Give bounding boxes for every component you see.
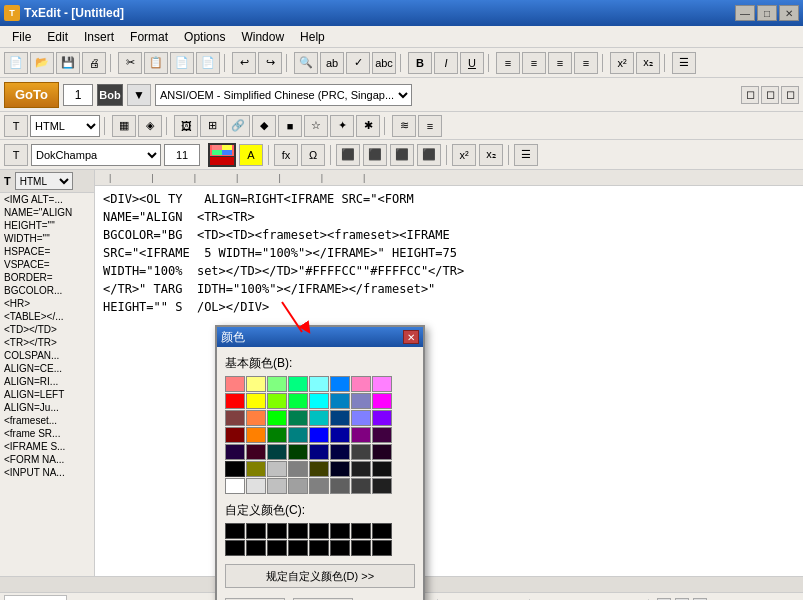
custom-cell[interactable] [225, 523, 245, 539]
sidebar-item-11[interactable]: <TR></TR> [0, 336, 94, 349]
color-cell[interactable] [267, 478, 287, 494]
superscript-button[interactable]: x² [610, 52, 634, 74]
editor-area[interactable]: | | | | | | | <DIV><OL TY ALIGN=RIGHT<IF… [95, 170, 803, 576]
format-btn-1[interactable]: T [4, 115, 28, 137]
sidebar-item-3[interactable]: WIDTH="" [0, 232, 94, 245]
color-cell[interactable] [288, 376, 308, 392]
custom-cell[interactable] [372, 523, 392, 539]
menu-help[interactable]: Help [292, 28, 333, 46]
bold-toolbar-button[interactable]: B [408, 52, 432, 74]
color-cell[interactable] [288, 444, 308, 460]
format-btn-2[interactable]: ▦ [112, 115, 136, 137]
color-cell[interactable] [288, 410, 308, 426]
color-cell-selected[interactable] [225, 461, 245, 477]
font-select[interactable]: DokChampa [31, 144, 161, 166]
color-cell[interactable] [351, 478, 371, 494]
spellcheck-button[interactable]: abc [372, 52, 396, 74]
replace-button[interactable]: ab [320, 52, 344, 74]
sidebar-item-13[interactable]: ALIGN=CE... [0, 362, 94, 375]
custom-cell[interactable] [309, 523, 329, 539]
new-button[interactable]: 📄 [4, 52, 28, 74]
align-r[interactable]: ⬛ [390, 144, 414, 166]
color-cell[interactable] [309, 376, 329, 392]
window-controls[interactable]: — □ ✕ [735, 5, 799, 21]
editor-content[interactable]: <DIV><OL TY ALIGN=RIGHT<IFRAME SRC="<FOR… [95, 186, 803, 576]
color-cell[interactable] [309, 393, 329, 409]
html-mode-select[interactable]: HTML [30, 115, 100, 137]
menu-options[interactable]: Options [176, 28, 233, 46]
sidebar-item-21[interactable]: <INPUT NA... [0, 466, 94, 479]
color-cell[interactable] [351, 427, 371, 443]
color-cell[interactable] [330, 376, 350, 392]
menu-insert[interactable]: Insert [76, 28, 122, 46]
custom-cell[interactable] [288, 540, 308, 556]
sidebar-item-12[interactable]: COLSPAN... [0, 349, 94, 362]
sidebar-item-4[interactable]: HSPACE= [0, 245, 94, 258]
define-colors-button[interactable]: 规定自定义颜色(D) >> [225, 564, 415, 588]
win-btn2[interactable]: ◻ [761, 86, 779, 104]
format-btn-lnk[interactable]: 🔗 [226, 115, 250, 137]
color-cell[interactable] [267, 444, 287, 460]
sidebar-item-0[interactable]: <IMG ALT=... [0, 193, 94, 206]
color-cell[interactable] [267, 427, 287, 443]
align-left-button[interactable]: ≡ [496, 52, 520, 74]
color-cell[interactable] [225, 376, 245, 392]
color-cell[interactable] [225, 410, 245, 426]
justify-button[interactable]: ≡ [574, 52, 598, 74]
custom-cell[interactable] [309, 540, 329, 556]
save-button[interactable]: 💾 [56, 52, 80, 74]
color-cell[interactable] [330, 393, 350, 409]
copy-button[interactable]: 📋 [144, 52, 168, 74]
find-button[interactable]: 🔍 [294, 52, 318, 74]
cut-button[interactable]: ✂ [118, 52, 142, 74]
paste-button[interactable]: 📄 [170, 52, 194, 74]
custom-cell[interactable] [351, 540, 371, 556]
format-btn-c5[interactable]: ✱ [356, 115, 380, 137]
sidebar-item-16[interactable]: ALIGN=Ju... [0, 401, 94, 414]
close-button[interactable]: ✕ [779, 5, 799, 21]
color-cell[interactable] [267, 393, 287, 409]
sidebar-item-8[interactable]: <HR> [0, 297, 94, 310]
list-button[interactable]: ☰ [672, 52, 696, 74]
color-cell[interactable] [309, 410, 329, 426]
sidebar-item-15[interactable]: ALIGN=LEFT [0, 388, 94, 401]
color-cell[interactable] [351, 393, 371, 409]
color-cell[interactable] [267, 410, 287, 426]
sidebar-item-19[interactable]: <IFRAME S... [0, 440, 94, 453]
color-cell[interactable] [330, 461, 350, 477]
align-c[interactable]: ⬛ [363, 144, 387, 166]
custom-cell[interactable] [372, 540, 392, 556]
page-input[interactable] [63, 84, 93, 106]
color-cell[interactable] [372, 478, 392, 494]
custom-cell[interactable] [288, 523, 308, 539]
maximize-button[interactable]: □ [757, 5, 777, 21]
menu-window[interactable]: Window [233, 28, 292, 46]
format-btn-d2[interactable]: ≡ [418, 115, 442, 137]
sidebar-item-10[interactable]: <TD></TD> [0, 323, 94, 336]
color-cell[interactable] [246, 410, 266, 426]
color-cell[interactable] [225, 478, 245, 494]
sidebar-item-1[interactable]: NAME="ALIGN [0, 206, 94, 219]
sidebar-item-14[interactable]: ALIGN=RI... [0, 375, 94, 388]
spell-button[interactable]: ✓ [346, 52, 370, 74]
menu-file[interactable]: File [4, 28, 39, 46]
format-btn-c1[interactable]: ◆ [252, 115, 276, 137]
print-button[interactable]: 🖨 [82, 52, 106, 74]
open-button[interactable]: 📂 [30, 52, 54, 74]
format-btn-img[interactable]: 🖼 [174, 115, 198, 137]
sidebar-item-7[interactable]: BGCOLOR... [0, 284, 94, 297]
color-cell[interactable] [246, 478, 266, 494]
sidebar-item-5[interactable]: VSPACE= [0, 258, 94, 271]
align-center-button[interactable]: ≡ [522, 52, 546, 74]
sub-btn[interactable]: x₂ [479, 144, 503, 166]
undo-button[interactable]: ↩ [232, 52, 256, 74]
redo-button[interactable]: ↪ [258, 52, 282, 74]
color-cell[interactable] [372, 376, 392, 392]
color-cell[interactable] [246, 427, 266, 443]
color-swatch-button[interactable] [208, 143, 236, 167]
sidebar-item-20[interactable]: <FORM NA... [0, 453, 94, 466]
custom-cell[interactable] [330, 523, 350, 539]
sidebar-item-9[interactable]: <TABLE></... [0, 310, 94, 323]
color-cell[interactable] [330, 410, 350, 426]
italic-toolbar-button[interactable]: I [434, 52, 458, 74]
